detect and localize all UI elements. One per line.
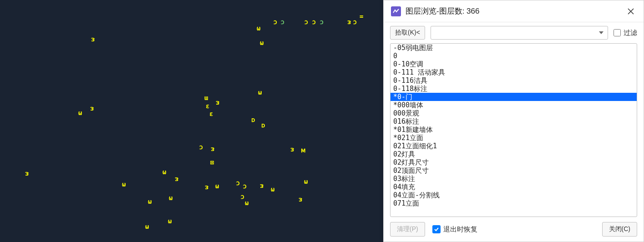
list-item[interactable]: 0-10空调 (390, 60, 637, 68)
cad-symbol: ᴈ (211, 145, 214, 152)
cad-symbol: ω (215, 182, 219, 190)
cad-symbol: ω (258, 89, 262, 96)
list-item[interactable]: 04立面-分割线 (390, 191, 637, 199)
cad-symbol: ω (245, 199, 248, 207)
cad-symbol: ᴐ (312, 18, 316, 25)
cad-symbol: ᴈ (216, 99, 219, 106)
cad-symbol: ᴈ (175, 175, 178, 182)
cad-canvas[interactable]: ᴈωωᴐᴐᴐᴐᴐᴈᴐ=ωᴈɯᴈɛɛωᴅᴅᴐᴈᴈᴍ⊠ᴈωᴈωᴐᴐᴈωᴈωωωωᴐω… (0, 0, 383, 242)
close-icon[interactable] (624, 5, 637, 18)
cad-symbol: ᴐ (320, 18, 324, 25)
list-item[interactable]: *021立面 (390, 134, 637, 142)
cad-symbol: ᴐ (304, 18, 308, 25)
titlebar: 图层浏览-图层数: 366 (384, 0, 644, 22)
restore-label: 退出时恢复 (443, 225, 477, 234)
list-item[interactable]: *000墙体 (390, 101, 637, 109)
cad-symbol: ᴅ (251, 116, 255, 123)
cad-symbol: ᴐ (281, 18, 284, 25)
cad-symbol: ᴈ (91, 35, 95, 43)
cad-symbol: ᴐ (241, 193, 244, 200)
list-item[interactable]: 0 (390, 52, 637, 60)
layer-filter-input[interactable] (431, 26, 608, 40)
cad-symbol: ɛ (206, 102, 209, 110)
cad-symbol: ᴈ (205, 183, 208, 191)
list-item[interactable]: 0-118标注 (390, 85, 637, 93)
footer: 清理(P) 退出时恢复 关闭(C) (384, 217, 644, 242)
restore-checkbox-wrap[interactable]: 退出时恢复 (432, 225, 477, 234)
cad-symbol: ᴐ (243, 182, 247, 190)
layer-filter-combobox[interactable] (431, 26, 608, 40)
list-item[interactable]: 0-111 活动家具 (390, 68, 637, 76)
cad-symbol: ω (168, 217, 172, 225)
cad-symbol: ω (78, 109, 82, 116)
cad-symbol: ᴅ (261, 121, 265, 129)
list-item[interactable]: 021立面细化1 (390, 142, 637, 150)
cad-symbol: ᴈ (25, 170, 29, 177)
cad-symbol: ᴈ (260, 182, 264, 189)
cad-symbol: ᴐ (353, 18, 357, 25)
list-item[interactable]: 02顶面尺寸 (390, 166, 637, 175)
cad-symbol: ᴍ (301, 146, 306, 154)
cad-symbol: ω (304, 178, 308, 185)
toolbar: 拾取(K)< 过滤 (384, 22, 644, 43)
dialog-title: 图层浏览-图层数: 366 (406, 6, 479, 16)
filter-label: 过滤 (624, 29, 637, 37)
cad-symbol: ᴈ (299, 196, 302, 203)
cad-symbol: ω (148, 198, 152, 205)
list-item[interactable]: *01新建墙体 (390, 126, 637, 134)
layer-browser-dialog: 图层浏览-图层数: 366 拾取(K)< 过滤 -05弱电图层00-10空调0-… (383, 0, 644, 242)
list-item[interactable]: 04填充 (390, 183, 637, 191)
cad-symbol: ᴐ (199, 143, 203, 151)
cad-symbol: ᴐ (274, 18, 277, 25)
list-item[interactable]: 071立面 (390, 199, 637, 207)
layer-list[interactable]: -05弱电图层00-10空调0-111 活动家具0-116洁具0-118标注*0… (390, 44, 637, 217)
list-item[interactable]: 03标注 (390, 175, 637, 183)
app-icon (391, 6, 401, 16)
restore-checkbox[interactable] (432, 225, 441, 233)
list-item[interactable]: 000景观 (390, 109, 637, 117)
cad-symbol: ᴐ (236, 179, 240, 187)
cad-symbol: ɯ (204, 94, 208, 101)
list-item[interactable]: 02灯具 (390, 150, 637, 158)
list-item[interactable]: 016标注 (390, 117, 637, 126)
cad-symbol: ω (169, 194, 172, 202)
list-item[interactable]: 02灯具尺寸 (390, 158, 637, 166)
cad-symbol: ᴈ (90, 105, 94, 112)
pick-button[interactable]: 拾取(K)< (390, 26, 425, 40)
list-item[interactable]: *0-门 (390, 93, 637, 101)
close-button[interactable]: 关闭(C) (602, 222, 637, 237)
cad-symbol: ω (257, 25, 260, 32)
cad-symbol: ω (145, 223, 149, 230)
filter-checkbox[interactable] (614, 29, 621, 36)
cad-symbol: ⊠ (210, 159, 214, 166)
cad-symbol: ᴈ (290, 146, 294, 153)
list-item[interactable]: 0-116洁具 (390, 76, 637, 85)
cad-symbol: ω (122, 181, 126, 188)
cad-symbol: ω (162, 168, 166, 176)
cad-symbol: ω (271, 186, 274, 193)
layer-list-wrap: -05弱电图层00-10空调0-111 活动家具0-116洁具0-118标注*0… (390, 43, 637, 217)
list-item[interactable]: -05弱电图层 (390, 44, 637, 52)
cad-symbol: ᴈ (347, 18, 351, 25)
clear-button[interactable]: 清理(P) (390, 222, 425, 237)
cad-symbol: ɛ (209, 110, 213, 117)
cad-symbol: ω (260, 39, 264, 46)
cad-symbol: = (360, 13, 363, 20)
filter-checkbox-wrap[interactable]: 过滤 (614, 29, 637, 37)
